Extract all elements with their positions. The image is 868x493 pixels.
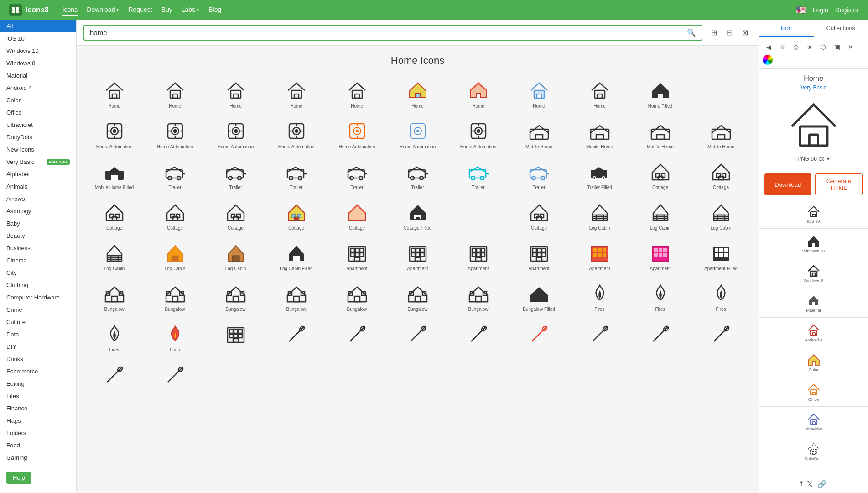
icon-cell-69[interactable] [268,320,325,357]
style-windows10[interactable]: Windows 10 [759,231,868,256]
icon-cell-28[interactable]: Trailer [450,157,507,194]
icon-cell-40[interactable]: Cottage [510,198,567,235]
icon-cell-49[interactable]: Apartment [389,238,446,275]
color-picker[interactable] [763,55,773,65]
icon-cell-11[interactable]: Home Automation [86,116,143,153]
icon-cell-34[interactable]: Cottage [146,198,203,235]
square-icon[interactable]: ▣ [831,41,843,53]
search-input-wrapper[interactable]: 🔍 [83,25,702,41]
icon-cell-42[interactable]: Log Cabin [632,198,689,235]
icon-cell-54[interactable]: Apartment Filled [692,238,749,275]
icon-cell-15[interactable]: Home Automation [328,116,385,153]
icon-cell-41[interactable]: Log Cabin [571,198,628,235]
download-button[interactable]: Download [764,173,811,195]
icon-cell-26[interactable]: Trailer [328,157,385,194]
icon-cell-52[interactable]: Apartment [571,238,628,275]
nav-labs[interactable]: Labs [182,4,199,16]
view-large-btn[interactable]: ⊞ [707,26,721,40]
icon-cell-59[interactable]: Bungalow [328,279,385,316]
icon-cell-73[interactable] [510,320,567,357]
sidebar-item-clothing[interactable]: Clothing [0,279,76,291]
nav-request[interactable]: Request [128,4,152,16]
tab-icon[interactable]: Icon [759,20,814,37]
icon-cell-33[interactable]: Cottage [86,198,143,235]
icon-cell-72[interactable] [450,320,507,357]
sidebar-item-astrology[interactable]: Astrology [0,205,76,217]
sidebar-item-computer-hardware[interactable]: Computer Hardware [0,291,76,304]
icon-cell-62[interactable]: Bungalow Filled [510,279,567,316]
icon-cell-53[interactable]: Apartment [632,238,689,275]
icon-cell-20[interactable]: Mobile Home [632,116,689,153]
icon-cell-50[interactable]: Apartment [450,238,507,275]
sidebar-item-business[interactable]: Business [0,242,76,254]
icon-cell-76[interactable] [692,320,749,357]
icon-cell-45[interactable]: Log Cabin [146,238,203,275]
view-small-btn[interactable]: ⊠ [738,26,752,40]
sidebar-item-editing[interactable]: Editing [0,378,76,390]
icon-cell-78[interactable] [146,360,203,391]
icon-cell-3[interactable]: Home [268,76,325,113]
sidebar-item-files[interactable]: Files [0,390,76,402]
size-select[interactable]: PNG 50 px ▾ [764,156,863,162]
sidebar-item-culture[interactable]: Culture [0,316,76,328]
icon-cell-2[interactable]: Home [207,76,264,113]
help-button[interactable]: Help [6,472,31,484]
sidebar-item-cinema[interactable]: Cinema [0,254,76,267]
icon-cell-66[interactable]: Fires [86,320,143,357]
sidebar-item-ecommerce[interactable]: Ecommerce [0,365,76,378]
icon-cell-71[interactable] [389,320,446,357]
style-ios10[interactable]: iOS 10 [759,201,868,226]
icon-cell-31[interactable]: Cottage [632,157,689,194]
sidebar-item-data[interactable]: Data [0,328,76,341]
sidebar-item-ios10[interactable]: iOS 10 [0,32,76,45]
nav-buy[interactable]: Buy [161,4,172,16]
facebook-icon[interactable]: f [800,480,802,488]
icon-cell-17[interactable]: Home Automation [450,116,507,153]
sidebar-item-food[interactable]: Food [0,439,76,451]
star-filled-icon[interactable]: ★ [804,41,816,53]
search-icon[interactable]: 🔍 [687,28,696,37]
icon-cell-16[interactable]: Home Automation [389,116,446,153]
sidebar-item-diy[interactable]: DIY [0,341,76,353]
icon-cell-10[interactable] [692,76,749,113]
icon-cell-60[interactable]: Bungalow [389,279,446,316]
sidebar-item-windows8[interactable]: Windows 8 [0,57,76,69]
register-link[interactable]: Register [835,6,859,14]
generate-html-button[interactable]: Generate HTML [815,173,863,195]
icon-cell-75[interactable] [632,320,689,357]
icon-cell-32[interactable]: Cottage [692,157,749,194]
sidebar-item-drinks[interactable]: Drinks [0,353,76,365]
icon-cell-1[interactable]: Home [146,76,203,113]
nav-blog[interactable]: Blog [208,4,221,16]
sidebar-item-color[interactable]: Color [0,94,76,106]
sidebar-item-all[interactable]: All [0,20,76,32]
icon-cell-57[interactable]: Bungalow [207,279,264,316]
icon-cell-74[interactable] [571,320,628,357]
style-android4[interactable]: Android 4 [759,320,868,345]
sidebar-item-android4[interactable]: Android 4 [0,82,76,94]
style-material[interactable]: Material [759,290,868,315]
icon-cell-61[interactable]: Bungalow [450,279,507,316]
circle-icon[interactable]: ◎ [790,41,802,53]
sidebar-item-very-basic[interactable]: Very Basic Free SVG [0,156,76,168]
icon-cell-29[interactable]: Trailer [510,157,567,194]
icon-cell-55[interactable]: Bungalow [86,279,143,316]
view-medium-btn[interactable]: ⊟ [722,26,736,40]
nav-download[interactable]: Download [87,4,119,16]
icon-cell-47[interactable]: Log Cabin Filled [268,238,325,275]
sidebar-item-material[interactable]: Material [0,69,76,82]
icon-cell-68[interactable] [207,320,264,357]
icon-cell-39[interactable] [450,198,507,235]
icon-cell-7[interactable]: Home [510,76,567,113]
sidebar-item-finance[interactable]: Finance [0,402,76,414]
style-color[interactable]: Color [759,349,868,375]
icon-cell-14[interactable]: Home Automation [268,116,325,153]
sidebar-item-animals[interactable]: Animals [0,180,76,193]
style-windows8[interactable]: Windows 8 [759,260,868,286]
icon-cell-12[interactable]: Home Automation [146,116,203,153]
sidebar-item-baby[interactable]: Baby [0,217,76,230]
icon-cell-56[interactable]: Bungalow [146,279,203,316]
icon-cell-8[interactable]: Home [571,76,628,113]
icon-cell-51[interactable]: Apartment [510,238,567,275]
icon-cell-58[interactable]: Bungalow [268,279,325,316]
